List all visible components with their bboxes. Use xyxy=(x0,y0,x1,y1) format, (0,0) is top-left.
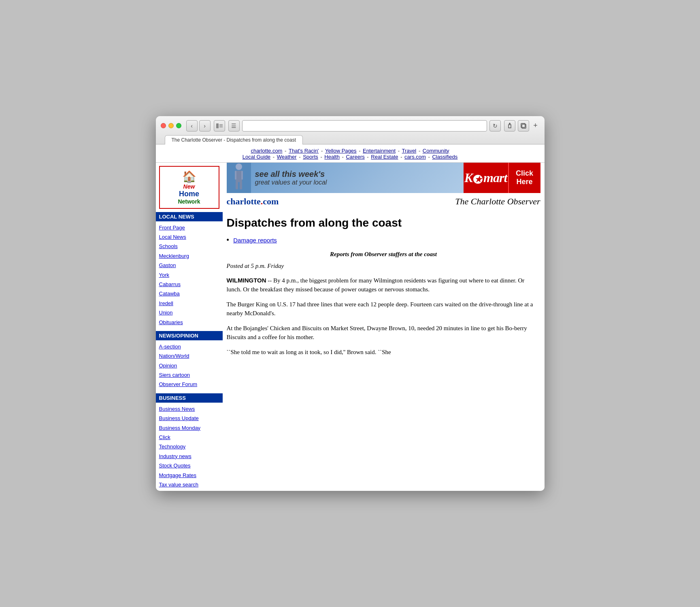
top-navigation: charlotte.com - That's Racin' - Yellow P… xyxy=(156,144,545,163)
separator: - xyxy=(285,148,288,154)
close-button[interactable] xyxy=(161,123,166,128)
nav-buttons: ‹ › xyxy=(186,120,211,132)
damage-reports-link[interactable]: Damage reports xyxy=(233,237,277,244)
nav-link-travel[interactable]: Travel xyxy=(402,148,417,154)
bullet-point: • xyxy=(227,236,229,244)
traffic-lights xyxy=(161,123,181,128)
sidebar-item-schools[interactable]: Schools xyxy=(159,242,219,251)
sidebar-item-cabarrus[interactable]: Cabarrus xyxy=(159,280,219,289)
nav-link-careers[interactable]: Careers xyxy=(346,154,364,160)
banner-text-values: great values at your local xyxy=(255,179,460,186)
sidebar-item-a-section[interactable]: A-section xyxy=(159,342,219,351)
nav-link-yellow-pages[interactable]: Yellow Pages xyxy=(325,148,357,154)
browser-chrome: ‹ › ☰ ↻ xyxy=(156,116,545,144)
sidebar-item-stock-quotes[interactable]: Stock Quotes xyxy=(159,461,219,470)
active-tab[interactable]: The Charlotte Observer - Dispatches from… xyxy=(165,135,303,144)
forward-button[interactable]: › xyxy=(199,120,211,132)
svg-rect-1 xyxy=(219,124,223,125)
menu-button[interactable]: ☰ xyxy=(228,120,240,132)
back-button[interactable]: ‹ xyxy=(186,120,198,132)
sidebar-item-local-news[interactable]: Local News xyxy=(159,232,219,242)
sidebar-item-tax-value-search[interactable]: Tax value search xyxy=(159,480,219,489)
sidebar-item-mecklenburg[interactable]: Mecklenburg xyxy=(159,251,219,261)
reports-subhead: Reports from Observer staffers at the co… xyxy=(227,251,540,258)
sidebar-item-technology[interactable]: Technology xyxy=(159,442,219,451)
sidebar-item-obituaries[interactable]: Obituaries xyxy=(159,318,219,327)
news-opinion-links: A-section Nation/World Opinion Siers car… xyxy=(156,340,223,391)
sidebar-item-union[interactable]: Union xyxy=(159,308,219,317)
sidebar-item-nation-world[interactable]: Nation/World xyxy=(159,351,219,361)
top-nav-row2: Local Guide - Weather - Sports - Health … xyxy=(156,154,545,160)
person-figure-icon xyxy=(231,163,247,192)
tabs-button[interactable] xyxy=(518,120,529,132)
nav-link-real-estate[interactable]: Real Estate xyxy=(371,154,398,160)
sidebar-toggle-button[interactable] xyxy=(214,120,225,132)
sidebar-item-mortgage-rates[interactable]: Mortgage Rates xyxy=(159,471,219,480)
separator: - xyxy=(342,154,345,160)
sidebar-item-industry-news[interactable]: Industry news xyxy=(159,452,219,461)
nav-link-sports[interactable]: Sports xyxy=(303,154,318,160)
sidebar-item-gaston[interactable]: Gaston xyxy=(159,261,219,270)
article-paragraph-3: At the Bojangles' Chicken and Biscuits o… xyxy=(227,324,540,342)
sidebar-item-business-monday[interactable]: Business Monday xyxy=(159,423,219,433)
sidebar-item-york[interactable]: York xyxy=(159,270,219,280)
svg-rect-10 xyxy=(241,171,243,180)
nav-link-weather[interactable]: Weather xyxy=(277,154,297,160)
address-bar-container: ☰ ↻ xyxy=(228,120,501,132)
article-title: Dispatches from along the coast xyxy=(227,216,540,229)
page-content: charlotte.com - That's Racin' - Yellow P… xyxy=(156,144,545,491)
maximize-button[interactable] xyxy=(176,123,181,128)
banner-advertisement[interactable]: see all this week's great values at your… xyxy=(227,163,540,193)
sidebar-item-observer-forum[interactable]: Observer Forum xyxy=(159,380,219,389)
main-content: see all this week's great values at your… xyxy=(223,163,545,491)
svg-rect-0 xyxy=(216,123,219,128)
sidebar: 🏠 New Home Network LOCAL NEWS Front Page… xyxy=(156,163,223,491)
sidebar-item-opinion[interactable]: Opinion xyxy=(159,361,219,370)
svg-rect-12 xyxy=(240,181,242,189)
minimize-button[interactable] xyxy=(168,123,174,128)
nav-link-community[interactable]: Community xyxy=(423,148,449,154)
new-tab-button[interactable]: + xyxy=(532,122,540,130)
separator: - xyxy=(359,148,362,154)
sidebar-item-business-update[interactable]: Business Update xyxy=(159,414,219,423)
nav-link-entertainment[interactable]: Entertainment xyxy=(363,148,396,154)
banner-figure xyxy=(227,163,251,193)
site-headers: charlotte.com The Charlotte Observer xyxy=(227,196,540,208)
sidebar-item-siers-cartoon[interactable]: Siers cartoon xyxy=(159,370,219,380)
svg-point-7 xyxy=(236,163,242,170)
charlotte-dot: . xyxy=(261,196,263,206)
click-here-text: Click Here xyxy=(509,169,540,186)
tab-bar: The Charlotte Observer - Dispatches from… xyxy=(161,135,540,144)
sidebar-item-catawba[interactable]: Catawba xyxy=(159,289,219,298)
article-paragraph-4: ``She told me to wait as long as it took… xyxy=(227,348,540,357)
logo-box[interactable]: 🏠 New Home Network xyxy=(159,166,219,209)
article-paragraph-1: WILMINGTON -- By 4 p.m., the biggest pro… xyxy=(227,276,540,294)
nav-link-thats-racin[interactable]: That's Racin' xyxy=(289,148,319,154)
svg-rect-11 xyxy=(236,181,238,189)
separator: - xyxy=(398,148,401,154)
tabs-icon xyxy=(521,123,526,129)
nav-link-charlotte[interactable]: charlotte.com xyxy=(251,148,282,154)
nav-link-health[interactable]: Health xyxy=(324,154,340,160)
address-input[interactable] xyxy=(242,120,487,132)
nav-link-local-guide[interactable]: Local Guide xyxy=(243,154,270,160)
sidebar-item-front-page[interactable]: Front Page xyxy=(159,223,219,232)
svg-rect-2 xyxy=(219,125,223,126)
sidebar-item-business-news[interactable]: Business News xyxy=(159,404,219,414)
share-button[interactable] xyxy=(504,120,515,132)
business-header: BUSINESS xyxy=(156,393,223,403)
reload-button[interactable]: ↻ xyxy=(489,120,501,132)
separator: - xyxy=(419,148,422,154)
click-here-button[interactable]: Click Here xyxy=(508,163,540,193)
posted-time: Posted at 5 p.m. Friday xyxy=(227,263,540,270)
local-news-header: LOCAL NEWS xyxy=(156,212,223,221)
nav-link-cars[interactable]: cars.com xyxy=(404,154,426,160)
kmart-logo: K★mart xyxy=(464,163,508,193)
nav-link-classifieds[interactable]: Classifieds xyxy=(432,154,457,160)
house-icon: 🏠 xyxy=(163,170,215,183)
banner-text-see: see all this week's xyxy=(255,170,460,179)
sidebar-item-click[interactable]: Click xyxy=(159,433,219,442)
sidebar-item-iredell[interactable]: Iredell xyxy=(159,299,219,308)
sidebar-icon xyxy=(216,123,223,128)
share-icon xyxy=(507,123,513,129)
